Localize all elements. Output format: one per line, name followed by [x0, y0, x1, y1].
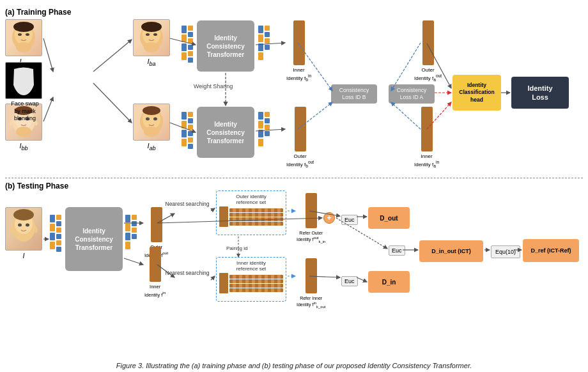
refer-inner-identity: Refer InnerIdentity fink_out [297, 258, 325, 309]
feat-bottom-right [258, 112, 270, 146]
consistency-loss-b: Consistency Loss ID B [331, 84, 377, 104]
svg-point-5 [13, 22, 34, 32]
inner-identity-a: InnerIdentity fain [414, 107, 439, 169]
euc-box-1: Euc [341, 215, 358, 225]
face-test: I [5, 207, 42, 260]
feat-test-left [50, 215, 61, 252]
svg-point-16 [153, 33, 157, 36]
d-in-box: D_in [368, 271, 410, 293]
iab-label: Iab [133, 142, 170, 151]
nearest-search-1: Nearest searching [165, 201, 210, 208]
consistency-loss-a: Consistency Loss ID A [389, 84, 435, 104]
svg-line-52 [211, 208, 215, 211]
svg-point-2 [16, 42, 31, 52]
svg-point-3 [18, 33, 22, 36]
svg-point-20 [144, 127, 159, 137]
outer-identity-b: OuterIdentity fbout [286, 107, 314, 169]
svg-point-43 [18, 224, 22, 227]
main-container: (a) Training Phase Iaa [0, 0, 588, 372]
iba-label: Iba [133, 58, 170, 67]
plus-circle: + [323, 212, 335, 224]
face-iba: Iba [133, 19, 170, 67]
svg-line-53 [211, 276, 215, 280]
svg-point-4 [26, 33, 29, 36]
svg-point-45 [13, 209, 34, 221]
svg-line-26 [93, 40, 132, 72]
inner-b-label: InnerIdentity fbin [286, 67, 311, 83]
inner-identity-b: InnerIdentity fbin [286, 20, 311, 83]
face-iab: Iab [133, 104, 170, 151]
feat-test-right [125, 215, 137, 249]
training-label: (a) Training Phase [5, 8, 71, 17]
inner-ref-set: Inner identity reference set [216, 257, 286, 302]
face-swap-label: Face swapby mask blending [5, 100, 45, 123]
feat-bottom-left [182, 112, 193, 149]
svg-line-25 [43, 97, 53, 121]
ict-bottom: Identity Consistency Transformer [197, 107, 254, 158]
figure-caption: Figure 3. Illustrating the (a) training … [0, 362, 588, 369]
inner-identity-test: InnerIdentity fin [144, 247, 166, 298]
svg-point-14 [144, 42, 159, 52]
refer-outer-identity: Refer OuterIdentity foutk_in [297, 193, 325, 244]
svg-line-61 [357, 277, 367, 282]
inner-a-label: InnerIdentity fain [414, 153, 439, 169]
training-section: (a) Training Phase Iaa [5, 8, 583, 175]
refer-inner-label: Refer InnerIdentity fink_out [297, 295, 325, 309]
ict-top: Identity Consistency Transformer [197, 20, 254, 72]
outer-identity-a: OuterIdentity faout [414, 20, 442, 83]
equ10-box: Equ(10) [491, 245, 520, 258]
svg-line-27 [93, 83, 132, 123]
svg-point-21 [146, 118, 150, 121]
test-face-label: I [5, 252, 42, 260]
euc-box-3: Euc [389, 245, 405, 256]
svg-point-23 [143, 106, 160, 115]
face-iaa: Iaa [5, 19, 42, 67]
refer-outer-label: Refer OuterIdentity foutk_in [297, 230, 325, 244]
svg-point-22 [153, 118, 157, 121]
inner-id-test-label: InnerIdentity fin [144, 284, 166, 298]
nearest-search-2: Nearest searching [165, 270, 210, 277]
svg-point-17 [141, 22, 162, 32]
feat-top-right [258, 26, 270, 60]
ict-test: Identity Consistency Transformer [65, 207, 123, 271]
svg-line-49 [124, 258, 143, 265]
face-swap-box: Face swapby mask blending [5, 62, 45, 123]
svg-point-8 [16, 127, 31, 137]
pairing-id-label: Pairing id [226, 245, 247, 251]
outer-a-label: OuterIdentity faout [414, 67, 442, 83]
feat-top-left [182, 26, 193, 63]
d-out-box: D_out [368, 207, 410, 229]
svg-line-24 [43, 38, 53, 72]
outer-b-label: OuterIdentity fbout [286, 153, 314, 169]
identity-loss-box: Identity Loss [511, 77, 569, 109]
section-divider [5, 178, 583, 178]
svg-point-44 [26, 224, 29, 227]
ibb-label: Ibb [5, 142, 42, 151]
d-in-out-box: D_in_out (ICT) [419, 240, 483, 262]
svg-point-15 [146, 33, 150, 36]
outer-ref-set: Outer identity reference set [216, 190, 286, 235]
weight-sharing-label: Weight Sharing [194, 83, 233, 89]
testing-section: (b) Testing Phase I [5, 182, 583, 349]
classification-head: Identity Classification head [453, 75, 501, 111]
d-ref-box: D_ref (ICT-Ref) [523, 239, 579, 262]
euc-box-2: Euc [341, 276, 358, 286]
testing-label: (b) Testing Phase [5, 182, 68, 190]
